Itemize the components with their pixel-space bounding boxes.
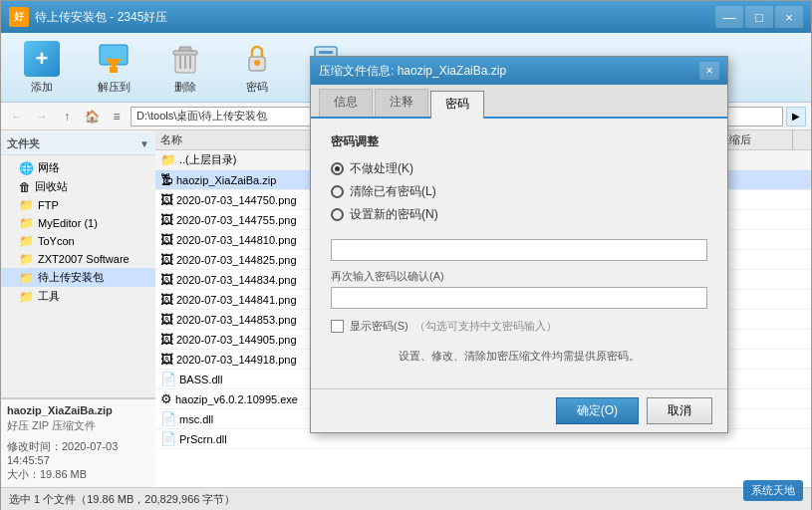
file-tree-section: 文件夹 ▼ — [1, 130, 155, 158]
extract-button[interactable]: 解压到 — [83, 35, 144, 101]
password-button[interactable]: 密码 — [226, 35, 288, 101]
minimize-button[interactable]: — — [715, 6, 743, 28]
password-icon — [239, 41, 275, 77]
sidebar-item[interactable]: 📁ZXT2007 Software — [1, 250, 155, 268]
watermark: 系统天地 — [743, 480, 803, 501]
sidebar-item[interactable]: 📁工具 — [1, 287, 155, 306]
main-window: 好 待上传安装包 - 2345好压 — □ × + 添加 解压到 — [0, 0, 812, 510]
file-name: 📄 PrScrn.dll — [155, 431, 355, 446]
confirm-input-label: 再次输入密码以确认(A) — [331, 269, 707, 284]
up-button[interactable]: ↑ — [56, 106, 78, 128]
radio-label: 设置新的密码(N) — [350, 206, 438, 223]
add-button[interactable]: + 添加 — [11, 35, 73, 101]
svg-rect-2 — [110, 67, 118, 73]
detail-size: 大小：19.86 MB — [7, 467, 149, 482]
dialog-title-text: 压缩文件信息: haozip_XiaZaiBa.zip — [319, 63, 699, 80]
sidebar-item[interactable]: 📁待上传安装包 — [1, 268, 155, 287]
password-input[interactable] — [331, 239, 707, 261]
sidebar-item[interactable]: 🌐网络 — [1, 158, 155, 177]
app-icon: 好 — [9, 7, 29, 27]
svg-rect-12 — [319, 51, 333, 54]
svg-point-10 — [254, 60, 260, 66]
dialog-footer: 确定(O) 取消 — [311, 388, 727, 432]
delete-icon — [167, 41, 203, 77]
detail-panel: haozip_XiaZaiBa.zip 好压 ZIP 压缩文件 修改时间：202… — [1, 397, 155, 487]
show-password-checkbox[interactable] — [331, 320, 344, 333]
left-panel: 文件夹 ▼ 🌐网络🗑回收站📁FTP📁MyEditor (1)📁ToYcon📁ZX… — [1, 130, 155, 487]
add-icon: + — [24, 41, 60, 77]
dialog-tab-密码[interactable]: 密码 — [430, 91, 484, 119]
dialog-tab-注释[interactable]: 注释 — [375, 89, 428, 117]
status-text: 选中 1 个文件（19.86 MB，20,829,966 字节） — [9, 492, 235, 507]
show-password-note: （勾选可支持中文密码输入） — [414, 319, 557, 334]
detail-type: 好压 ZIP 压缩文件 — [7, 418, 149, 433]
view-button[interactable]: ≡ — [106, 106, 128, 128]
close-button[interactable]: × — [775, 6, 803, 28]
sidebar-item[interactable]: 📁FTP — [1, 196, 155, 214]
folder-section-header: 文件夹 ▼ — [1, 133, 155, 155]
detail-mtime: 修改时间：2020-07-03 14:45:57 — [7, 439, 149, 466]
window-controls: — □ × — [715, 6, 803, 28]
back-button[interactable]: ← — [6, 106, 28, 128]
radio-label: 清除已有密码(L) — [350, 183, 436, 200]
radio-group: 不做处理(K) 清除已有密码(L) 设置新的密码(N) — [331, 160, 707, 223]
radio-circle — [331, 185, 344, 198]
sidebar-item[interactable]: 📁MyEditor (1) — [1, 214, 155, 232]
cancel-button[interactable]: 取消 — [647, 397, 712, 424]
folder-section-label: 文件夹 — [7, 136, 40, 151]
svg-rect-5 — [173, 51, 197, 55]
detail-name: haozip_XiaZaiBa.zip — [7, 404, 149, 416]
dialog-tab-信息[interactable]: 信息 — [319, 89, 373, 117]
sidebar-item[interactable]: 🗑回收站 — [1, 177, 155, 196]
section-toggle[interactable]: ▼ — [139, 138, 149, 149]
add-label: 添加 — [31, 80, 53, 95]
sidebar-item[interactable]: 📁ToYcon — [1, 232, 155, 250]
dialog-tabs: 信息注释密码 — [311, 85, 727, 119]
show-password-label: 显示密码(S) — [350, 319, 408, 334]
extract-icon — [96, 41, 132, 77]
show-password-row: 显示密码(S) （勾选可支持中文密码输入） — [331, 319, 707, 334]
extract-label: 解压到 — [98, 80, 131, 95]
forward-button[interactable]: → — [31, 106, 53, 128]
file-tree: 🌐网络🗑回收站📁FTP📁MyEditor (1)📁ToYcon📁ZXT2007 … — [1, 158, 155, 397]
delete-label: 删除 — [174, 80, 196, 95]
password-input-group: 再次输入密码以确认(A) — [331, 239, 707, 309]
radio-item[interactable]: 设置新的密码(N) — [331, 206, 707, 223]
radio-circle — [331, 162, 344, 175]
maximize-button[interactable]: □ — [745, 6, 773, 28]
dialog-section-title: 密码调整 — [331, 133, 707, 150]
dialog-note: 设置、修改、清除加密压缩文件均需提供原密码。 — [331, 349, 707, 364]
dialog-content: 密码调整 不做处理(K) 清除已有密码(L) 设置新的密码(N) 再次输入密码以… — [311, 119, 727, 388]
dialog-title-bar: 压缩文件信息: haozip_XiaZaiBa.zip × — [311, 57, 727, 85]
address-go-button[interactable]: ▶ — [786, 107, 806, 127]
watermark-text: 系统天地 — [743, 480, 803, 501]
confirm-password-input[interactable] — [331, 287, 707, 309]
radio-item[interactable]: 清除已有密码(L) — [331, 183, 707, 200]
home-button[interactable]: 🏠 — [81, 106, 103, 128]
radio-item[interactable]: 不做处理(K) — [331, 160, 707, 177]
radio-circle — [331, 208, 344, 221]
ok-button[interactable]: 确定(O) — [556, 397, 639, 424]
dialog-close-button[interactable]: × — [699, 62, 719, 80]
title-bar: 好 待上传安装包 - 2345好压 — □ × — [1, 1, 811, 33]
password-label: 密码 — [246, 80, 268, 95]
delete-button[interactable]: 删除 — [154, 35, 216, 101]
radio-label: 不做处理(K) — [350, 160, 413, 177]
address-text: D:\tools\桌面\待上传安装包 — [136, 109, 267, 124]
status-bar: 选中 1 个文件（19.86 MB，20,829,966 字节） — [1, 487, 811, 510]
password-dialog: 压缩文件信息: haozip_XiaZaiBa.zip × 信息注释密码 密码调… — [310, 56, 728, 433]
window-title: 待上传安装包 - 2345好压 — [35, 9, 715, 26]
